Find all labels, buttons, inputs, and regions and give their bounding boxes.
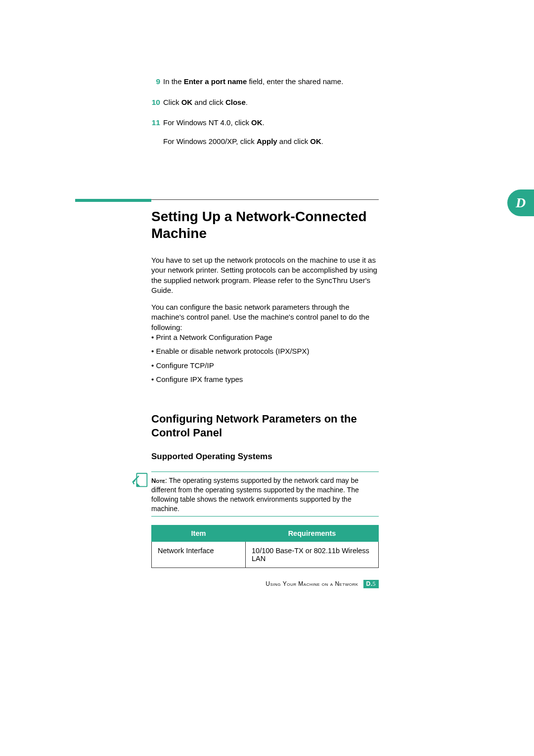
section-tab-badge: D <box>507 189 534 216</box>
heading-3: Supported Operating Systems <box>151 452 379 462</box>
numbered-steps: 9 In the Enter a port name field, enter … <box>151 77 379 157</box>
table-cell: 10/100 Base-TX or 802.11b Wireless LAN <box>246 542 379 568</box>
step-11: 11 For Windows NT 4.0, click OK. For Win… <box>151 118 379 146</box>
table-row: Network Interface 10/100 Base-TX or 802.… <box>152 542 379 568</box>
list-item: • Configure IPX frame types <box>151 375 379 384</box>
table-cell: Network Interface <box>152 542 246 568</box>
step-text-line2: For Windows 2000/XP, click Apply and cli… <box>163 137 379 146</box>
document-page: 9 In the Enter a port name field, enter … <box>0 0 534 756</box>
step-text: Click OK and click Close. <box>163 98 248 106</box>
step-10: 10 Click OK and click Close. <box>151 97 379 107</box>
note-body: : The operating systems supported by the… <box>151 476 359 513</box>
table-header: Requirements <box>246 525 379 542</box>
note-rule-top <box>151 472 379 472</box>
step-number: 9 <box>147 77 160 87</box>
heading-2: Configuring Network Parameters on the Co… <box>151 412 379 439</box>
note-icon <box>131 472 150 490</box>
list-item: • Configure TCP/IP <box>151 361 379 371</box>
section-rule-accent <box>75 199 151 202</box>
intro-paragraph-2: You can configure the basic network para… <box>151 302 379 332</box>
intro-paragraph-1: You have to set up the network protocols… <box>151 255 379 295</box>
note-rule-bottom <box>151 516 379 517</box>
step-number: 11 <box>143 118 160 128</box>
page-footer: Using Your Machine on a Network D.5 <box>151 580 379 588</box>
step-number: 10 <box>143 97 160 107</box>
list-item: • Print a Network Configuration Page <box>151 332 379 342</box>
section-tab-letter: D <box>516 195 526 211</box>
note-text: Note: The operating systems supported by… <box>151 476 379 514</box>
footer-page-badge: D.5 <box>363 580 379 588</box>
heading-1: Setting Up a Network-Connected Machine <box>151 208 379 241</box>
step-text: In the Enter a port name field, enter th… <box>163 77 343 86</box>
step-9: 9 In the Enter a port name field, enter … <box>151 77 379 87</box>
table-header-row: Item Requirements <box>152 525 379 542</box>
table-header: Item <box>152 525 246 542</box>
bullet-list: • Print a Network Configuration Page • E… <box>151 332 379 388</box>
section-rule <box>151 199 379 200</box>
footer-text: Using Your Machine on a Network <box>266 580 358 587</box>
note-label: Note <box>151 477 165 484</box>
requirements-table: Item Requirements Network Interface 10/1… <box>151 525 379 568</box>
list-item: • Enable or disable network protocols (I… <box>151 346 379 356</box>
step-text: For Windows NT 4.0, click OK. <box>163 118 265 127</box>
